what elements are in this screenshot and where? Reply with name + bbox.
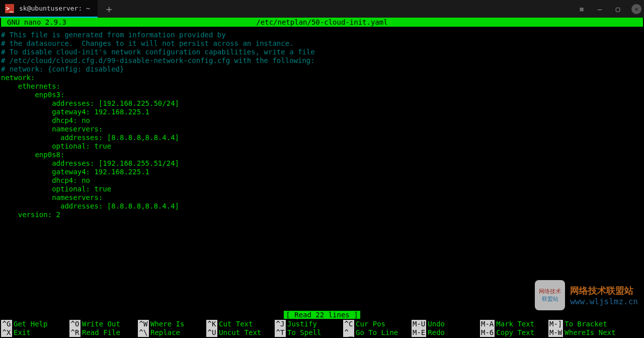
editor-line: nameservers:	[1, 193, 643, 202]
shortcut-desc: Go To Line	[356, 328, 398, 337]
nano-filename: /etc/netplan/50-cloud-init.yaml	[256, 18, 387, 27]
shortcut-item[interactable]: ^WWhere Is	[138, 320, 206, 328]
shortcut-item[interactable]: ^CCur Pos	[343, 320, 412, 328]
shortcut-desc: To Spell	[287, 328, 321, 337]
editor-line: gateway4: 192.168.225.1	[1, 168, 643, 176]
shortcut-key: M-]	[548, 320, 563, 328]
editor-content[interactable]: # This file is generated from informatio…	[0, 27, 644, 219]
shortcut-item[interactable]: M-ERedo	[412, 328, 480, 337]
shortcut-desc: Mark Text	[496, 320, 534, 328]
shortcut-key: ^R	[69, 328, 80, 337]
shortcut-item[interactable]: ^\Replace	[138, 328, 206, 337]
shortcut-desc: WhereIs Next	[565, 328, 615, 337]
menu-icon[interactable]: ≡	[577, 5, 586, 14]
shortcut-key: ^\	[138, 328, 149, 337]
shortcut-item[interactable]: M-UUndo	[412, 320, 480, 328]
shortcut-desc: Redo	[428, 328, 445, 337]
editor-line: optional: true	[1, 185, 643, 193]
window-controls: ≡ — ▢ ✕	[577, 0, 641, 18]
nano-version: GNU nano 2.9.3	[1, 18, 66, 27]
window-titlebar: >_ sk@ubuntuserver: ~ + ≡ — ▢ ✕	[0, 0, 644, 18]
shortcut-key: ^_	[343, 328, 354, 337]
shortcut-item[interactable]: M-WWhereIs Next	[548, 328, 617, 337]
shortcut-item[interactable]: M-6Copy Text	[480, 328, 548, 337]
shortcut-desc: Where Is	[150, 320, 184, 328]
terminal-icon: >_	[5, 4, 14, 13]
editor-line: enp0s3:	[1, 91, 643, 99]
new-tab-button[interactable]: +	[102, 2, 117, 17]
shortcut-key: M-W	[548, 328, 563, 337]
shortcut-desc: Cut Text	[219, 320, 253, 328]
status-message: [ Read 22 lines ]	[284, 311, 360, 319]
editor-line: optional: true	[1, 142, 643, 151]
watermark: 网络技术 联盟站 网络技术联盟站 www.wljslmz.cn	[535, 280, 638, 310]
editor-line: nameservers:	[1, 125, 643, 133]
shortcut-desc: To Bracket	[565, 320, 607, 328]
shortcut-key: M-U	[412, 320, 426, 328]
shortcut-desc: Copy Text	[496, 328, 534, 337]
shortcut-item[interactable]: M-]To Bracket	[548, 320, 617, 328]
shortcut-key: M-6	[480, 328, 495, 337]
shortcut-item[interactable]: ^OWrite Out	[69, 320, 138, 328]
shortcut-key: ^G	[1, 320, 12, 328]
shortcut-key: ^K	[206, 320, 217, 328]
editor-line: # This file is generated from informatio…	[1, 31, 643, 39]
shortcut-item[interactable]: ^XExit	[1, 328, 69, 337]
close-button[interactable]: ✕	[631, 4, 641, 14]
nano-header: GNU nano 2.9.3 /etc/netplan/50-cloud-ini…	[1, 18, 643, 27]
shortcut-item[interactable]: ^_Go To Line	[343, 328, 412, 337]
editor-line: dhcp4: no	[1, 176, 643, 185]
minimize-button[interactable]: —	[595, 5, 604, 14]
shortcut-item[interactable]: ^TTo Spell	[275, 328, 343, 337]
terminal-tab[interactable]: >_ sk@ubuntuserver: ~	[0, 0, 98, 18]
shortcut-key: ^U	[206, 328, 217, 337]
shortcut-item[interactable]: ^UUncut Text	[206, 328, 275, 337]
shortcut-key: M-E	[412, 328, 426, 337]
editor-line: network:	[1, 74, 643, 82]
shortcut-desc: Write Out	[82, 320, 120, 328]
watermark-url: www.wljslmz.cn	[570, 297, 638, 306]
editor-line: addresses: [8.8.8.8,8.8.4.4]	[1, 133, 643, 142]
editor-line: enp0s8:	[1, 151, 643, 159]
shortcut-key: M-A	[480, 320, 495, 328]
shortcut-item[interactable]: ^JJustify	[275, 320, 343, 328]
editor-line: addresses: [192.168.225.50/24]	[1, 99, 643, 108]
shortcut-desc: Exit	[14, 328, 31, 337]
shortcut-desc: Read File	[82, 328, 120, 337]
shortcut-desc: Get Help	[14, 320, 47, 328]
watermark-title: 网络技术联盟站	[570, 285, 638, 297]
shortcut-key: ^W	[138, 320, 149, 328]
shortcut-key: ^J	[275, 320, 286, 328]
shortcut-desc: Uncut Text	[219, 328, 261, 337]
editor-line: ethernets:	[1, 82, 643, 91]
shortcut-desc: Replace	[150, 328, 180, 337]
tab-title: sk@ubuntuserver: ~	[19, 5, 90, 12]
shortcut-key: ^O	[69, 320, 80, 328]
editor-line: dhcp4: no	[1, 116, 643, 125]
editor-line: # the datasource. Changes to it will not…	[1, 39, 643, 48]
editor-line: gateway4: 192.168.225.1	[1, 108, 643, 116]
shortcut-key: ^C	[343, 320, 354, 328]
shortcut-bar: ^GGet Help^OWrite Out^WWhere Is^KCut Tex…	[1, 320, 643, 337]
editor-line: addresses: [192.168.255.51/24]	[1, 159, 643, 168]
shortcut-key: ^X	[1, 328, 12, 337]
shortcut-item[interactable]: ^KCut Text	[206, 320, 275, 328]
watermark-logo: 网络技术 联盟站	[535, 280, 565, 310]
shortcut-item[interactable]: M-AMark Text	[480, 320, 548, 328]
editor-line: version: 2	[1, 211, 643, 219]
shortcut-desc: Cur Pos	[356, 320, 385, 328]
status-line: [ Read 22 lines ]	[0, 311, 644, 319]
shortcut-item[interactable]: ^RRead File	[69, 328, 138, 337]
editor-line: # /etc/cloud/cloud.cfg.d/99-disable-netw…	[1, 56, 643, 65]
maximize-button[interactable]: ▢	[613, 5, 622, 14]
editor-line: # network: {config: disabled}	[1, 65, 643, 74]
editor-line: # To disable cloud-init's network config…	[1, 48, 643, 56]
shortcut-item[interactable]: ^GGet Help	[1, 320, 69, 328]
editor-line: addresses: [8.8.8.8,8.8.4.4]	[1, 202, 643, 211]
shortcut-key: ^T	[275, 328, 286, 337]
shortcut-desc: Justify	[287, 320, 317, 328]
shortcut-desc: Undo	[428, 320, 445, 328]
